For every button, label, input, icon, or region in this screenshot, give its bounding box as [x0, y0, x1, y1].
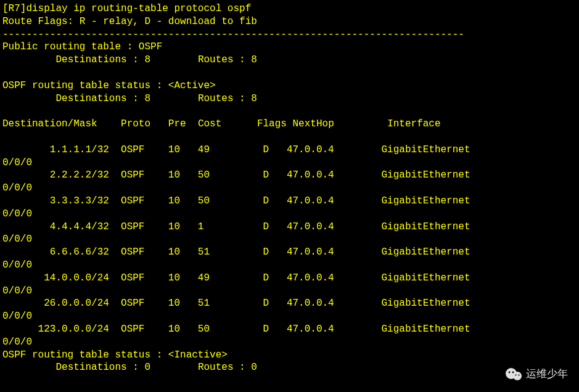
command-text: display ip routing-table protocol ospf — [26, 3, 251, 14]
svg-point-1 — [513, 372, 522, 380]
dest-label: Destinations : — [55, 54, 138, 65]
wechat-icon — [505, 367, 522, 381]
inactive-status-title: OSPF routing table status : <Inactive> — [2, 349, 228, 361]
routes-label: Routes : — [198, 362, 245, 373]
route-flags-line: Route Flags: R - relay, D - download to … — [2, 16, 257, 27]
svg-point-4 — [515, 374, 516, 375]
terminal-output: [R7]display ip routing-table protocol os… — [2, 2, 577, 374]
svg-point-5 — [518, 374, 519, 375]
routes-label: Routes : — [198, 93, 245, 104]
public-table-title: Public routing table : OSPF — [2, 41, 162, 52]
header-nexthop: NextHop — [293, 118, 334, 129]
watermark-text: 运维少年 — [526, 367, 568, 381]
routes-count: 0 — [251, 362, 257, 373]
dest-label: Destinations : — [55, 362, 138, 373]
header-flags: Flags — [257, 118, 287, 129]
prompt: [R7] — [2, 3, 26, 14]
dest-label: Destinations : — [55, 93, 138, 104]
svg-point-2 — [509, 372, 511, 374]
header-pre: Pre — [168, 118, 186, 129]
routes-count: 8 — [251, 93, 257, 104]
dest-count: 0 — [144, 362, 150, 373]
routes-label: Routes : — [198, 54, 245, 65]
routes-count: 8 — [251, 54, 257, 65]
header-cost: Cost — [198, 118, 221, 129]
dest-count: 8 — [144, 93, 150, 104]
header-iface: Interface — [387, 118, 440, 129]
watermark: 运维少年 — [505, 367, 568, 381]
divider-line: ----------------------------------------… — [2, 29, 464, 40]
dest-count: 8 — [144, 54, 150, 65]
header-dest: Destination/Mask — [2, 118, 97, 129]
svg-point-3 — [512, 372, 514, 374]
active-status-title: OSPF routing table status : <Active> — [2, 80, 216, 91]
header-proto: Proto — [121, 118, 150, 129]
